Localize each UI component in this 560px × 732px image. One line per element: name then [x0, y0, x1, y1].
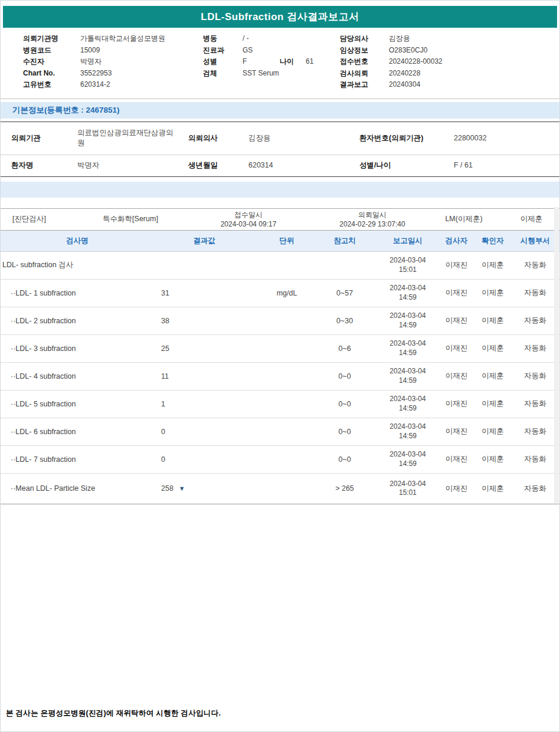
scrollbar[interactable]	[554, 207, 559, 503]
test-name-cell: ··LDL- 3 subfraction	[1, 344, 154, 353]
result-value: 0	[161, 455, 165, 464]
col-header-confirmer: 확인자	[476, 236, 510, 246]
ref-range-cell: 0~57	[319, 289, 378, 297]
report-title: LDL-Subfraction 검사결과보고서	[201, 10, 359, 24]
department-cell: 자동화	[510, 426, 560, 436]
tester-cell: 이재진	[437, 343, 476, 353]
test-name-cell: ··LDL- 1 subfraction	[1, 289, 154, 297]
col-header-result: 결과값	[154, 236, 254, 246]
test-name-cell: ··LDL- 2 subfraction	[1, 317, 154, 325]
basic-info-section-header: 기본정보(등록번호 : 2467851)	[1, 102, 559, 119]
exam-meta-row: [진단검사] 특수화학[Serum] 접수일시 2024-03-04 09:17…	[1, 208, 559, 231]
exam-panel: 특수화학[Serum]	[83, 214, 178, 224]
field-label: 고유번호	[23, 79, 80, 91]
results-table-header: 검사명 결과값 단위 참고치 보고일시 검사자 확인자 시행부서	[1, 231, 559, 252]
header-field: 검사의뢰20240228	[340, 68, 559, 80]
field-label: 생년월일	[178, 160, 238, 170]
header-field: 결과보고20240304	[340, 79, 559, 91]
result-cell	[154, 261, 254, 270]
result-value: 11	[161, 372, 169, 380]
department-cell: 자동화	[510, 343, 560, 353]
field-value: 35522953	[80, 68, 112, 80]
result-row: ··LDL- 1 subfraction 31 mg/dL 0~57 2024-…	[1, 280, 559, 307]
confirmer-cell: 이제훈	[476, 454, 510, 464]
result-value: 38	[161, 317, 169, 325]
report-time: 14:59	[378, 321, 437, 330]
report-date: 2024-03-04	[378, 256, 437, 265]
field-label: 의뢰기관	[1, 133, 67, 143]
department-cell: 자동화	[510, 316, 560, 326]
request-value: 2024-02-29 13:07:40	[319, 219, 425, 229]
field-value: 22800032	[443, 133, 560, 143]
field-value: 박명자	[80, 56, 101, 68]
receipt-label: 접수일시	[178, 210, 319, 219]
department-cell: 자동화	[510, 371, 560, 381]
result-row: ··LDL- 2 subfraction 38 0~30 2024-03-041…	[1, 307, 559, 335]
result-row: ··Mean LDL- Particle Size 258▼ > 265 202…	[1, 474, 559, 504]
report-datetime-cell: 2024-03-0414:59	[378, 339, 437, 357]
result-cell: 31	[154, 289, 254, 297]
test-name-cell: ··LDL- 6 subfraction	[1, 428, 154, 436]
confirmer-cell: 이제훈	[476, 426, 510, 436]
report-date: 2024-03-04	[378, 367, 437, 376]
department-cell: 자동화	[510, 454, 560, 464]
field-label: 검체	[203, 68, 243, 80]
col-header-department: 시행부서	[510, 236, 560, 246]
header-field: 의뢰기관명가톨릭대학교서울성모병원	[23, 33, 203, 45]
confirmer-cell: 이제훈	[476, 316, 510, 326]
header-field: 성별F나이61	[203, 56, 340, 68]
department-cell: 자동화	[510, 288, 560, 298]
unit-cell: mg/dL	[254, 289, 319, 297]
field-value: 20240228	[389, 68, 420, 80]
report-datetime-cell: 2024-03-0414:59	[378, 284, 437, 302]
field-label: 환자명	[1, 160, 67, 170]
result-value: 1	[161, 400, 165, 408]
result-row: ··LDL- 6 subfraction 0 0~0 2024-03-0414:…	[1, 418, 559, 446]
test-name-cell: ··Mean LDL- Particle Size	[1, 484, 154, 493]
department-cell: 자동화	[510, 260, 560, 270]
field-label: 검사의뢰	[340, 68, 389, 80]
table-row: 의뢰기관 의료법인삼광의료재단삼광의원 의뢰의사 김장용 환자번호(의뢰기관) …	[1, 122, 559, 155]
field-label: 수진자	[23, 56, 80, 68]
header-info-left: 의뢰기관명가톨릭대학교서울성모병원 병원코드15009 수진자박명자 Chart…	[1, 33, 203, 91]
result-row: ··LDL- 5 subfraction 1 0~0 2024-03-0414:…	[1, 390, 559, 418]
report-time: 15:01	[378, 265, 437, 275]
field-label: 병동	[203, 33, 243, 45]
report-date: 2024-03-04	[378, 284, 437, 293]
field-value: 김장용	[238, 133, 349, 143]
result-value: 0	[161, 428, 165, 436]
col-header-tester: 검사자	[437, 236, 476, 246]
header-info-right: 담당의사김장용 임상정보O283E0CJ0 접수번호20240228-00032…	[340, 33, 559, 91]
test-name-cell: LDL- subfraction 검사	[1, 260, 154, 270]
header-field: 병원코드15009	[23, 45, 203, 57]
report-datetime-cell: 2024-03-0415:01	[378, 480, 437, 498]
exam-category: [진단검사]	[1, 214, 83, 224]
result-cell: 11	[154, 372, 254, 380]
confirmer-cell: 이제훈	[476, 371, 510, 381]
field-label: 접수번호	[340, 56, 389, 68]
department-cell: 자동화	[510, 399, 560, 409]
low-flag-icon: ▼	[179, 485, 185, 492]
field-label: 나이	[280, 56, 306, 68]
report-page: LDL-Subfraction 검사결과보고서 의뢰기관명가톨릭대학교서울성모병…	[0, 0, 560, 732]
test-name-cell: ··LDL- 7 subfraction	[1, 455, 154, 464]
result-row: ··LDL- 7 subfraction 0 0~0 2024-03-0414:…	[1, 446, 559, 474]
tester-cell: 이재진	[437, 426, 476, 436]
result-cell: 258▼	[154, 484, 254, 493]
empty-section-band	[1, 182, 559, 198]
tester-cell: 이재진	[437, 371, 476, 381]
field-value: GS	[243, 45, 253, 57]
col-header-test-name: 검사명	[1, 236, 154, 246]
field-label: 병원코드	[23, 45, 80, 57]
result-cell: 25	[154, 344, 254, 353]
lab-name: LM(이제훈)	[425, 214, 502, 224]
test-name-cell: ··LDL- 5 subfraction	[1, 400, 154, 408]
ref-range-cell: 0~6	[319, 344, 378, 353]
field-value: 김장용	[389, 33, 410, 45]
report-datetime-cell: 2024-03-0414:59	[378, 395, 437, 413]
field-value: 20240228-00032	[389, 56, 443, 68]
results-table-body: LDL- subfraction 검사 2024-03-0415:01 이재진 …	[1, 252, 559, 504]
field-value: 20240304	[389, 79, 420, 91]
ref-range-cell: 0~30	[319, 317, 378, 325]
result-row: ··LDL- 3 subfraction 25 0~6 2024-03-0414…	[1, 335, 559, 363]
